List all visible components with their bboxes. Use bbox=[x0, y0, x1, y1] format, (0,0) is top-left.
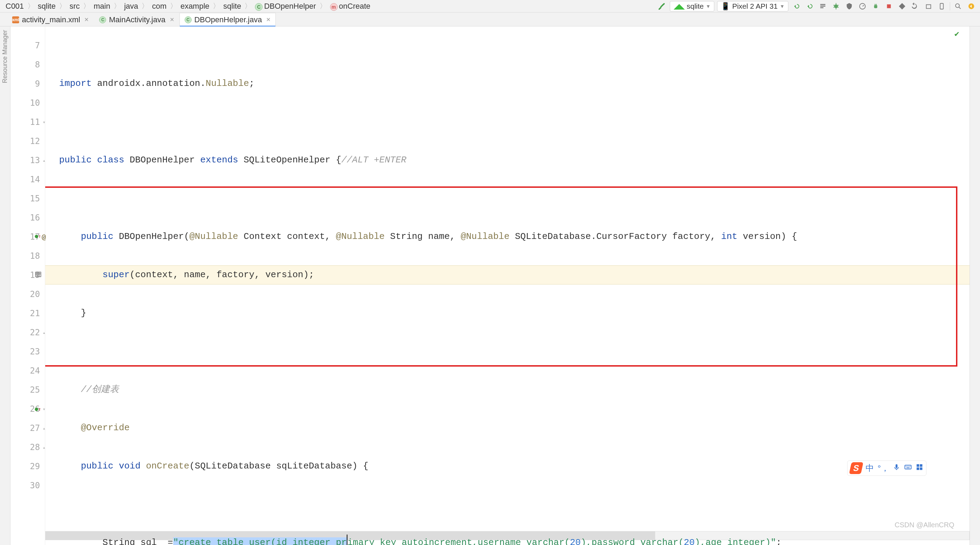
close-icon[interactable]: ✕ bbox=[168, 16, 174, 23]
line-number[interactable]: 15 bbox=[10, 189, 45, 208]
line-number[interactable]: 7 bbox=[10, 36, 45, 55]
ime-lang[interactable]: 中 bbox=[865, 462, 874, 474]
editor-tab-active[interactable]: C DBOpenHelper.java ✕ bbox=[180, 13, 276, 26]
breadcrumb-item[interactable]: C001 bbox=[3, 1, 26, 11]
coverage-icon[interactable] bbox=[844, 1, 854, 11]
class-icon: C bbox=[255, 3, 262, 11]
code-text: public bbox=[59, 231, 119, 242]
editor-tab[interactable]: xml activity_main.xml ✕ bbox=[7, 13, 94, 26]
search-icon[interactable] bbox=[953, 1, 963, 11]
mic-icon[interactable] bbox=[893, 463, 900, 473]
svg-rect-1 bbox=[820, 6, 826, 6]
svg-rect-5 bbox=[874, 5, 877, 8]
code-annotation: @Nullable bbox=[336, 231, 385, 242]
line-number[interactable]: 30 bbox=[10, 476, 45, 495]
breadcrumb-item[interactable]: main bbox=[91, 1, 112, 11]
line-number[interactable]: 18 bbox=[10, 246, 45, 265]
editor-tab[interactable]: C MainActivity.java ✕ bbox=[94, 13, 179, 26]
line-number[interactable]: 9 bbox=[10, 74, 45, 93]
chevron-right-icon: 〉 bbox=[170, 2, 177, 11]
code-annotation: @Nullable bbox=[189, 231, 238, 242]
code-text: ; bbox=[249, 78, 255, 89]
breadcrumb-item[interactable]: example bbox=[178, 1, 212, 11]
bulb-icon[interactable] bbox=[966, 1, 977, 11]
grid-icon[interactable] bbox=[916, 463, 923, 473]
line-number[interactable]: 8 bbox=[10, 55, 45, 74]
line-number[interactable]: 19 bbox=[10, 265, 45, 285]
device-dropdown[interactable]: 📱 Pixel 2 API 31 ▼ bbox=[717, 1, 788, 11]
right-tool-strip bbox=[970, 26, 980, 545]
run-config-label: sqlite bbox=[687, 2, 704, 10]
debug-icon[interactable] bbox=[831, 1, 841, 11]
keyboard-icon[interactable] bbox=[904, 463, 912, 473]
apply-changes-icon[interactable] bbox=[804, 1, 815, 11]
hammer-icon[interactable] bbox=[657, 1, 667, 11]
line-number[interactable]: 16 bbox=[10, 208, 45, 227]
breadcrumb-item[interactable]: java bbox=[122, 1, 140, 11]
breadcrumb-item[interactable]: sqlite bbox=[36, 1, 58, 11]
code-text: } bbox=[59, 308, 86, 318]
code-number: 20 bbox=[684, 537, 695, 545]
line-number[interactable]: 20 bbox=[10, 285, 45, 304]
line-number[interactable]: 12 bbox=[10, 131, 45, 151]
box-icon[interactable] bbox=[923, 1, 934, 11]
android-debug-icon[interactable] bbox=[870, 1, 881, 11]
line-number[interactable]: 11▾ bbox=[10, 112, 45, 131]
breadcrumb-method-label: onCreate bbox=[339, 2, 371, 10]
breadcrumb-item[interactable]: sqlite bbox=[221, 1, 243, 11]
breadcrumb-method[interactable]: monCreate bbox=[328, 1, 373, 11]
run-icon[interactable] bbox=[791, 1, 802, 11]
line-number[interactable]: 27▴ bbox=[10, 418, 45, 438]
code-text: extends bbox=[195, 155, 243, 165]
class-file-icon: C bbox=[99, 16, 106, 23]
line-number[interactable]: 14 bbox=[10, 170, 45, 189]
code-string-selected: "create table user(id integer pr bbox=[173, 537, 347, 545]
left-strip-label[interactable]: Resource Manager bbox=[2, 30, 9, 83]
breadcrumb: C001〉 sqlite〉 src〉 main〉 java〉 com〉 exam… bbox=[3, 1, 372, 11]
line-number[interactable]: 13▴ bbox=[10, 151, 45, 170]
close-icon[interactable]: ✕ bbox=[265, 16, 270, 23]
code-annotation: @Nullable bbox=[461, 231, 509, 242]
run-config-dropdown[interactable]: ◢◣ sqlite ▼ bbox=[670, 1, 715, 11]
line-number[interactable]: ●↑@17▾ bbox=[10, 227, 45, 246]
ime-bar[interactable]: S 中 °， bbox=[847, 461, 926, 476]
chevron-down-icon: ▼ bbox=[780, 3, 784, 9]
profiler-icon[interactable] bbox=[857, 1, 868, 11]
stop-icon[interactable] bbox=[884, 1, 894, 11]
line-number[interactable]: 28▴ bbox=[10, 438, 45, 457]
breadcrumb-class[interactable]: CDBOpenHelper bbox=[253, 1, 318, 11]
svg-rect-20 bbox=[906, 467, 909, 468]
device-manager-icon[interactable] bbox=[937, 1, 947, 11]
line-number[interactable]: 21 bbox=[10, 304, 45, 323]
close-icon[interactable]: ✕ bbox=[83, 16, 89, 23]
line-number[interactable]: 29 bbox=[10, 457, 45, 476]
git-icon[interactable] bbox=[897, 1, 907, 11]
code-string: ),age integer)" bbox=[695, 537, 776, 545]
breadcrumb-item[interactable]: com bbox=[150, 1, 169, 11]
code-changes-icon[interactable] bbox=[818, 1, 828, 11]
git-revert-icon[interactable] bbox=[910, 1, 921, 11]
line-number[interactable]: 22▴ bbox=[10, 323, 45, 342]
breadcrumb-item[interactable]: src bbox=[67, 1, 82, 11]
code-text: void bbox=[119, 461, 146, 471]
chevron-right-icon: 〉 bbox=[27, 2, 34, 11]
chevron-right-icon: 〉 bbox=[213, 2, 220, 11]
svg-rect-8 bbox=[887, 4, 891, 8]
code-class: Nullable bbox=[205, 78, 249, 89]
sogou-icon[interactable]: S bbox=[849, 462, 864, 474]
method-icon: m bbox=[330, 3, 338, 11]
breadcrumb-class-label: DBOpenHelper bbox=[264, 2, 316, 10]
svg-rect-24 bbox=[920, 467, 922, 470]
code-text: DBOpenHelper bbox=[119, 231, 184, 242]
code-editor[interactable]: ✔ import androidx.annotation.Nullable; p… bbox=[45, 26, 970, 545]
line-number[interactable]: 25 bbox=[10, 380, 45, 399]
punctuation-icon[interactable]: °， bbox=[877, 462, 889, 474]
line-number[interactable]: 10 bbox=[10, 93, 45, 112]
line-number[interactable]: 23 bbox=[10, 342, 45, 361]
line-number[interactable]: ●↑26▾ bbox=[10, 399, 45, 418]
code-text: Context context, bbox=[238, 231, 336, 242]
left-tool-strip: Resource Manager bbox=[0, 26, 10, 545]
svg-rect-0 bbox=[820, 4, 826, 5]
line-number[interactable]: 24 bbox=[10, 361, 45, 380]
chevron-right-icon: 〉 bbox=[83, 2, 90, 11]
